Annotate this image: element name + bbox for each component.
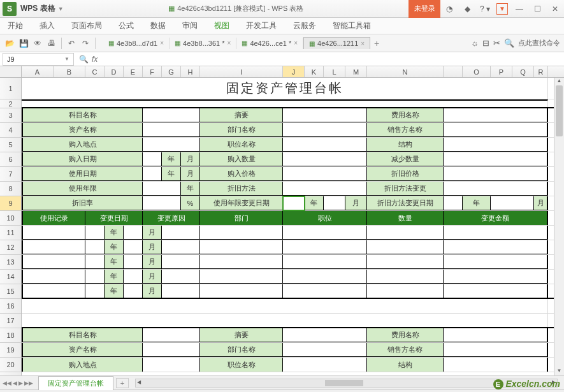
cell[interactable]: 购入地点 (22, 138, 143, 152)
cell[interactable]: 摘要 (200, 328, 283, 342)
cell[interactable] (85, 284, 105, 298)
col-header-N[interactable]: N (367, 66, 444, 77)
cell[interactable] (162, 240, 200, 254)
cell[interactable]: 购入地点 (22, 358, 143, 372)
col-header-O[interactable]: O (463, 66, 491, 77)
col-header-R[interactable]: R (534, 66, 548, 77)
cell[interactable] (22, 314, 548, 327)
cell[interactable] (367, 240, 444, 254)
cell[interactable] (200, 284, 283, 298)
open-icon[interactable]: 📂 (4, 38, 15, 49)
menu-dev[interactable]: 开发工具 (245, 18, 278, 34)
cell[interactable] (143, 123, 200, 137)
cell[interactable] (22, 255, 85, 269)
cell[interactable]: 年 (105, 226, 124, 240)
cell[interactable] (162, 284, 200, 298)
cell[interactable] (200, 255, 283, 269)
cell[interactable]: 部门名称 (200, 343, 283, 357)
menu-layout[interactable]: 页面布局 (70, 18, 103, 34)
cell[interactable] (85, 255, 105, 269)
cell[interactable]: 减少数量 (367, 152, 444, 166)
cell[interactable] (22, 270, 85, 284)
close-tab-icon[interactable]: × (228, 40, 231, 47)
cell[interactable]: 月 (534, 196, 548, 210)
cell[interactable] (283, 328, 367, 342)
cell[interactable]: 折旧价格 (367, 167, 444, 181)
cell[interactable] (444, 138, 548, 152)
name-box[interactable]: J9▼ (3, 53, 74, 66)
cell[interactable]: 科目名称 (22, 328, 143, 342)
help-dropdown[interactable]: ? ▾ (476, 0, 494, 18)
cell[interactable]: 数量 (367, 211, 444, 225)
cell[interactable]: 年 (105, 270, 124, 284)
row-header-18[interactable]: 18 (0, 328, 21, 343)
cell[interactable] (283, 167, 367, 181)
cell[interactable] (324, 196, 345, 210)
cell[interactable] (444, 284, 548, 298)
cell-grid[interactable]: 固定资产管理台帐科目名称摘要费用名称资产名称部门名称销售方名称购入地点职位名称结… (22, 78, 564, 375)
cell[interactable]: 年 (463, 196, 491, 210)
cell[interactable]: 变更原因 (143, 211, 200, 225)
cell[interactable]: 年 (105, 255, 124, 269)
cell[interactable]: 年 (162, 167, 181, 181)
row-header-17[interactable]: 17 (0, 314, 21, 328)
row-header-15[interactable]: 15 (0, 284, 21, 299)
cloud-icon[interactable]: ◆ (458, 0, 476, 18)
select-all-corner[interactable] (0, 66, 22, 77)
row-header-12[interactable]: 12 (0, 240, 21, 255)
cell[interactable]: 使用年限变更日期 (200, 196, 283, 210)
cell[interactable] (367, 255, 444, 269)
close-tab-icon[interactable]: × (361, 40, 365, 47)
cell[interactable] (85, 240, 105, 254)
cell[interactable] (283, 255, 367, 269)
row-header-1[interactable]: 1 (0, 78, 21, 99)
minimize-button[interactable]: — (510, 0, 528, 18)
cell[interactable] (283, 196, 305, 210)
vertical-scrollbar[interactable]: ▲ ▼ (554, 78, 564, 375)
cell[interactable] (444, 343, 548, 357)
formula-input[interactable] (98, 53, 564, 66)
cell[interactable] (283, 343, 367, 357)
menu-formula[interactable]: 公式 (117, 18, 135, 34)
print-icon[interactable]: 🖶 (46, 38, 57, 49)
cell[interactable] (283, 123, 367, 137)
cell[interactable]: 折旧方法变更日期 (367, 196, 444, 210)
cell[interactable] (283, 270, 367, 284)
cell[interactable]: 购入价格 (200, 167, 283, 181)
search-icon[interactable]: 🔍 (504, 38, 514, 48)
cell[interactable]: 购入日期 (22, 152, 143, 166)
cell[interactable] (124, 255, 143, 269)
cell[interactable] (85, 226, 105, 240)
cell[interactable] (162, 270, 200, 284)
row-header-11[interactable]: 11 (0, 226, 21, 240)
cell[interactable]: 月 (181, 152, 200, 166)
more-icon[interactable]: ⊟ (482, 38, 489, 48)
row-header-10[interactable]: 10 (0, 211, 21, 226)
col-header-J[interactable]: J (283, 66, 305, 77)
cell[interactable] (22, 226, 85, 240)
login-button[interactable]: 未登录 (409, 0, 440, 18)
cell[interactable] (283, 358, 367, 372)
row-header-19[interactable]: 19 (0, 343, 21, 358)
cell[interactable]: 销售方名称 (367, 343, 444, 357)
row-header-4[interactable]: 4 (0, 123, 21, 138)
cell[interactable] (444, 270, 548, 284)
cell[interactable] (143, 138, 200, 152)
cell[interactable] (444, 328, 548, 342)
col-header-E[interactable]: E (124, 66, 143, 77)
cell[interactable] (283, 182, 367, 196)
cell[interactable] (143, 152, 162, 166)
col-header-B[interactable]: B (54, 66, 85, 77)
close-button[interactable]: ✕ (546, 0, 564, 18)
row-header-6[interactable]: 6 (0, 152, 21, 167)
cell[interactable]: 费用名称 (367, 108, 444, 122)
col-header-[interactable] (444, 66, 463, 77)
scroll-thumb[interactable] (556, 85, 563, 136)
settings-icon[interactable]: ✂ (493, 38, 500, 48)
cell[interactable]: 部门名称 (200, 123, 283, 137)
add-sheet-button[interactable]: + (116, 378, 129, 388)
cell[interactable] (283, 108, 367, 122)
col-header-F[interactable]: F (143, 66, 162, 77)
sync-icon[interactable]: ◔ (440, 0, 458, 18)
new-tab-button[interactable]: + (370, 38, 383, 48)
